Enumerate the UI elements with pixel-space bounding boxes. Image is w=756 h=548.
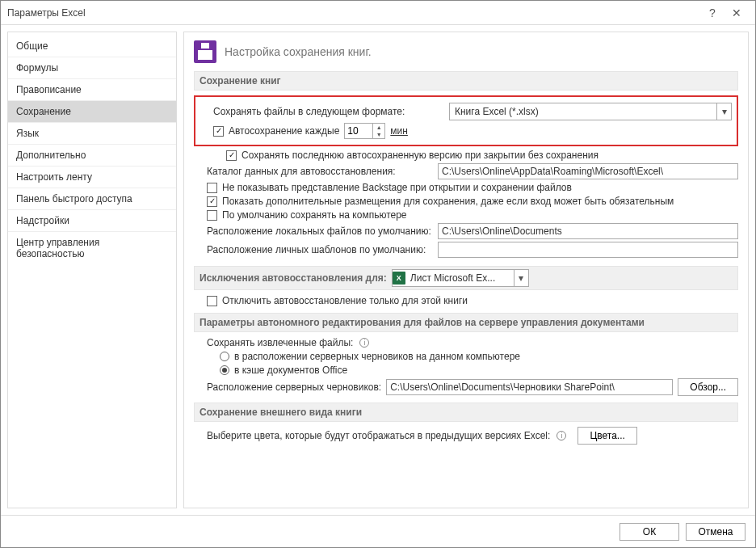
spinner-up-icon[interactable]: ▲ — [373, 124, 384, 131]
autorecover-path-field[interactable] — [438, 163, 738, 179]
cancel-button[interactable]: Отмена — [686, 523, 746, 541]
page-subtitle: Настройка сохранения книг. — [225, 45, 372, 58]
browse-button[interactable]: Обзор... — [678, 378, 738, 396]
sidebar-item-addins[interactable]: Надстройки — [8, 210, 176, 232]
spinner-down-icon[interactable]: ▼ — [373, 131, 384, 138]
titlebar: Параметры Excel ? ✕ — [1, 1, 755, 25]
section-autorecover-except: Исключения автовосстановления для: — [200, 272, 387, 284]
category-sidebar: Общие Формулы Правописание Сохранение Яз… — [7, 32, 177, 508]
file-format-value: Книга Excel (*.xlsx) — [450, 106, 716, 117]
autosave-minutes-spinner[interactable]: ▲ ▼ — [344, 123, 385, 139]
disable-autorecover-checkbox[interactable] — [207, 296, 217, 306]
sidebar-item-trust-center[interactable]: Центр управления безопасностью — [8, 232, 176, 264]
workbook-dropdown[interactable]: X Лист Microsoft Ex... ▾ — [392, 269, 529, 287]
templates-path-field[interactable] — [438, 242, 738, 258]
content-pane: Настройка сохранения книг. Сохранение кн… — [183, 32, 749, 508]
chevron-down-icon: ▾ — [716, 103, 731, 120]
sidebar-item-language[interactable]: Язык — [8, 123, 176, 145]
section-appearance: Сохранение внешнего вида книги — [194, 403, 738, 422]
sidebar-item-save[interactable]: Сохранение — [8, 101, 176, 123]
server-drafts-path-field[interactable] — [386, 379, 673, 395]
office-cache-label: в кэше документов Office — [234, 365, 347, 376]
local-path-field[interactable] — [438, 223, 738, 239]
show-additional-checkbox[interactable] — [207, 196, 217, 207]
server-drafts-radio[interactable] — [220, 352, 229, 361]
keep-last-autosave-checkbox[interactable] — [226, 150, 237, 161]
colors-button[interactable]: Цвета... — [578, 427, 636, 445]
ok-button[interactable]: ОК — [620, 523, 679, 541]
chevron-down-icon: ▾ — [514, 270, 528, 286]
show-additional-label: Показать дополнительные размещения для с… — [222, 196, 674, 207]
autorecover-path-label: Каталог данных для автовосстановления: — [207, 166, 433, 177]
colors-text: Выберите цвета, которые будут отображать… — [207, 430, 550, 441]
excel-file-icon: X — [393, 272, 405, 285]
info-icon[interactable]: i — [359, 338, 369, 348]
default-pc-checkbox[interactable] — [207, 210, 217, 221]
autosave-unit: мин — [390, 125, 408, 137]
local-path-label: Расположение локальных файлов по умолчан… — [207, 226, 433, 237]
office-cache-radio[interactable] — [220, 365, 229, 375]
sidebar-item-customize-ribbon[interactable]: Настроить ленту — [8, 167, 176, 188]
workbook-name: Лист Microsoft Ex... — [405, 272, 514, 284]
file-format-label: Сохранять файлы в следующем формате: — [213, 106, 405, 117]
save-icon — [194, 40, 216, 63]
autosave-checkbox[interactable] — [213, 126, 224, 137]
default-pc-label: По умолчанию сохранять на компьютере — [222, 209, 407, 221]
no-backstage-label: Не показывать представление Backstage пр… — [222, 182, 572, 193]
no-backstage-checkbox[interactable] — [207, 183, 217, 193]
dialog-footer: ОК Отмена — [1, 515, 755, 547]
disable-autorecover-label: Отключить автовосстановление только для … — [222, 295, 468, 306]
file-format-dropdown[interactable]: Книга Excel (*.xlsx) ▾ — [449, 103, 732, 120]
info-icon[interactable]: i — [556, 431, 566, 441]
sidebar-item-advanced[interactable]: Дополнительно — [8, 145, 176, 167]
close-button[interactable]: ✕ — [724, 6, 749, 19]
sidebar-item-formulas[interactable]: Формулы — [8, 57, 176, 79]
section-offline-editing: Параметры автономного редактирования для… — [194, 313, 738, 332]
save-extracted-label: Сохранять извлеченные файлы: — [207, 337, 353, 348]
autosave-highlight: Сохранять файлы в следующем формате: Кни… — [194, 95, 738, 146]
server-drafts-path-label: Расположение серверных черновиков: — [207, 381, 381, 393]
help-button[interactable]: ? — [700, 6, 724, 19]
keep-last-autosave-label: Сохранять последнюю автосохраненную верс… — [242, 150, 598, 161]
sidebar-item-quick-access[interactable]: Панель быстрого доступа — [8, 188, 176, 210]
excel-options-dialog: Параметры Excel ? ✕ Общие Формулы Правоп… — [0, 0, 756, 548]
autosave-label: Автосохранение каждые — [229, 125, 339, 137]
autosave-minutes-input[interactable] — [345, 124, 372, 138]
section-save-books: Сохранение книг — [194, 71, 738, 91]
window-title: Параметры Excel — [7, 7, 700, 19]
sidebar-item-proofing[interactable]: Правописание — [8, 79, 176, 101]
sidebar-item-general[interactable]: Общие — [8, 36, 176, 57]
server-drafts-label: в расположении серверных черновиков на д… — [234, 351, 520, 362]
templates-path-label: Расположение личных шаблонов по умолчани… — [207, 244, 433, 255]
